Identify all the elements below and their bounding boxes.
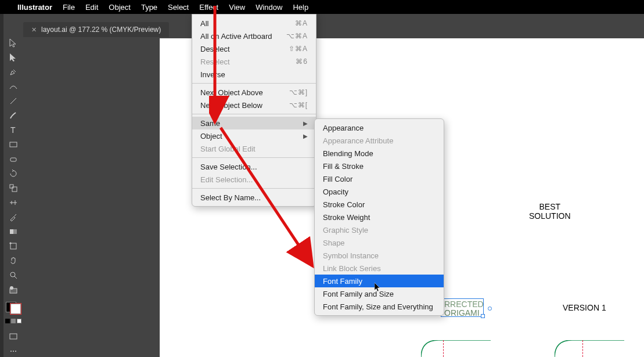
menu-edit[interactable]: Edit — [85, 3, 98, 12]
tool-scale[interactable] — [6, 182, 20, 193]
tool-pen[interactable] — [6, 66, 20, 77]
artwork-curve-2 — [555, 340, 624, 357]
menubar: Illustrator File Edit Object Type Select… — [0, 0, 644, 14]
mouse-cursor-icon — [375, 283, 382, 292]
selection-handle[interactable] — [488, 306, 492, 311]
document-tab-title: layout.ai @ 177.22 % (CMYK/Preview) — [41, 26, 161, 34]
submenu-item: Appearance Attribute — [315, 134, 444, 147]
svg-point-11 — [10, 272, 15, 277]
text-version1: VERSION 1 — [563, 303, 606, 312]
submenu-item[interactable]: Blending Mode — [315, 147, 444, 160]
artwork-dash-1 — [443, 340, 444, 357]
tool-type[interactable]: T — [6, 124, 20, 135]
text-best-solution: BEST SOLUTION — [529, 202, 571, 221]
svg-line-0 — [10, 98, 16, 104]
document-tab[interactable]: ✕ layout.ai @ 177.22 % (CMYK/Preview) — [23, 22, 169, 37]
document-tabbar: ✕ layout.ai @ 177.22 % (CMYK/Preview) — [23, 21, 169, 38]
svg-rect-7 — [10, 229, 13, 234]
menu-object[interactable]: Object — [109, 3, 131, 12]
menu-help[interactable]: Help — [293, 3, 308, 12]
svg-point-17 — [13, 351, 14, 352]
app-name[interactable]: Illustrator — [17, 3, 52, 12]
tool-hand[interactable] — [6, 255, 20, 266]
submenu-item[interactable]: Font Family, Size and Everything — [315, 300, 444, 313]
tool-direct-selection[interactable] — [6, 52, 20, 63]
svg-rect-8 — [10, 243, 16, 249]
tool-eraser[interactable] — [6, 153, 20, 164]
tool-screen-mode[interactable] — [6, 331, 20, 342]
submenu-item: Symbol Instance — [315, 249, 444, 262]
tool-line[interactable] — [6, 95, 20, 106]
svg-rect-4 — [10, 185, 13, 188]
svg-point-18 — [15, 351, 16, 352]
tool-gradient[interactable] — [6, 226, 20, 237]
selected-text-line1: RRECTED — [444, 300, 484, 309]
menu-item[interactable]: Deselect⇧⌘A — [192, 42, 316, 55]
close-tab-icon[interactable]: ✕ — [31, 26, 37, 34]
menu-item[interactable]: Save Selection... — [192, 160, 316, 173]
submenu-item[interactable]: Fill Color — [315, 172, 444, 185]
menu-item[interactable]: Object▶ — [192, 129, 316, 142]
tool-selection[interactable] — [6, 37, 20, 48]
menu-select[interactable]: Select — [168, 3, 189, 12]
menu-item[interactable]: Inverse — [192, 68, 316, 81]
menu-type[interactable]: Type — [141, 3, 157, 12]
tool-eyedropper[interactable] — [6, 211, 20, 222]
submenu-item: Link Block Series — [315, 262, 444, 275]
svg-text:T: T — [10, 125, 16, 135]
menu-item[interactable]: Same▶ — [192, 117, 316, 129]
fill-stroke-swatch[interactable] — [6, 302, 21, 314]
tool-edit-toolbar[interactable] — [6, 346, 20, 357]
svg-rect-5 — [12, 187, 17, 192]
artwork-dash-2 — [582, 340, 583, 357]
tool-fill-toggle[interactable] — [6, 284, 20, 295]
submenu-item[interactable]: Stroke Weight — [315, 211, 444, 223]
menu-item: Edit Selection... — [192, 173, 316, 186]
select-menu-dropdown: All⌘AAll on Active Artboard⌥⌘ADeselect⇧⌘… — [192, 14, 316, 207]
svg-rect-2 — [10, 142, 17, 147]
tool-rotate[interactable] — [6, 168, 20, 179]
color-mode-minis[interactable] — [5, 319, 21, 323]
submenu-item[interactable]: Appearance — [315, 121, 444, 134]
svg-rect-15 — [10, 334, 17, 339]
menu-item[interactable]: All⌘A — [192, 17, 316, 30]
submenu-item[interactable]: Fill & Stroke — [315, 160, 444, 172]
svg-point-16 — [10, 351, 12, 352]
submenu-item[interactable]: Stroke Color — [315, 198, 444, 211]
tool-brush[interactable] — [6, 110, 20, 121]
menu-window[interactable]: Window — [256, 3, 282, 12]
menu-item[interactable]: Next Object Above⌥⌘] — [192, 86, 316, 99]
tool-artboard[interactable] — [6, 240, 20, 251]
tool-width[interactable] — [6, 197, 20, 208]
submenu-item[interactable]: Opacity — [315, 185, 444, 198]
svg-line-12 — [15, 276, 17, 279]
menu-item[interactable]: Next Object Below⌥⌘[ — [192, 99, 316, 111]
menu-item[interactable]: Select By Name... — [192, 191, 316, 204]
menu-item: Reselect⌘6 — [192, 55, 316, 68]
menu-item[interactable]: All on Active Artboard⌥⌘A — [192, 30, 316, 42]
submenu-item: Shape — [315, 236, 444, 249]
menu-view[interactable]: View — [229, 3, 245, 12]
svg-rect-3 — [10, 158, 16, 161]
tool-zoom[interactable] — [6, 269, 20, 280]
toolbar: T — [3, 14, 23, 357]
artwork-curve-1 — [421, 340, 491, 357]
tool-rectangle[interactable] — [6, 139, 20, 150]
menu-file[interactable]: File — [63, 3, 75, 12]
tool-curvature[interactable] — [6, 81, 20, 92]
svg-point-14 — [10, 286, 13, 290]
selected-text-line2: ORIGAMI — [444, 308, 480, 318]
menu-effect[interactable]: Effect — [199, 3, 218, 12]
menu-item: Start Global Edit — [192, 142, 316, 155]
submenu-item: Graphic Style — [315, 223, 444, 236]
